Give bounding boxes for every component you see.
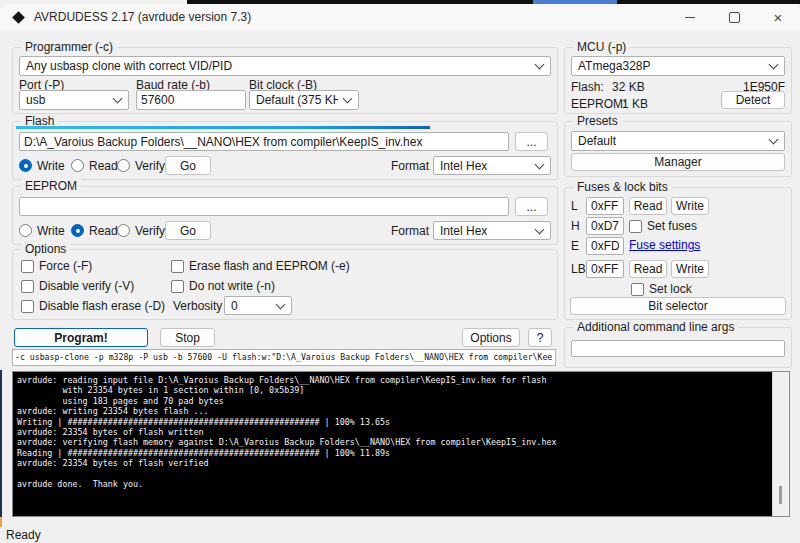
program-button[interactable]: Program! [14,328,148,347]
checkbox-icon [629,220,642,233]
erase-flash-eeprom-checkbox[interactable]: Erase flash and EEPROM (-e) [171,258,350,274]
app-logo-icon [12,11,25,24]
eeprom-write-radio[interactable]: Write [19,221,65,240]
force-checkbox[interactable]: Force (-F) [21,258,92,274]
fuses-write-button[interactable]: Write [671,197,709,215]
flash-verify-radio[interactable]: Verify [117,156,165,175]
presets-group: Presets Default Manager [564,121,792,177]
extra-args-group: Additional command line args [564,327,792,368]
stop-button[interactable]: Stop [160,328,215,347]
maximize-button[interactable] [712,4,756,30]
lock-read-button[interactable]: Read [629,260,667,278]
lock-write-button[interactable]: Write [671,260,709,278]
fuse-l-input[interactable] [586,197,624,215]
presets-group-label: Presets [573,114,622,128]
command-preview[interactable]: -c usbasp-clone -p m328p -P usb -b 57600… [12,349,556,366]
lock-bits-input[interactable] [586,260,624,278]
close-button[interactable]: × [756,4,800,30]
flash-write-radio[interactable]: Write [19,156,65,175]
flash-format-select[interactable]: Intel Hex [433,156,551,175]
flash-read-radio[interactable]: Read [71,156,118,175]
options-group-label: Options [21,242,70,256]
chevron-down-icon [769,135,779,145]
mcu-eeprom-size: 1 KB [622,97,648,111]
checkbox-icon [171,280,184,293]
options-button[interactable]: Options [462,328,520,347]
programmer-group-label: Programmer (-c) [21,40,117,54]
eeprom-read-radio[interactable]: Read [71,221,118,240]
eeprom-group-label: EEPROM [21,179,81,193]
radio-checked-icon [19,159,32,172]
eeprom-file-input[interactable] [19,197,509,216]
flash-browse-button[interactable]: ... [515,132,548,151]
eeprom-format-label: Format [391,224,429,238]
console[interactable]: avrdude: reading input file D:\A_Varoius… [12,371,790,517]
programmer-group: Programmer (-c) Any usbasp clone with co… [12,47,558,114]
checkbox-icon [21,280,34,293]
options-group: Options Force (-F) Disable verify (-V) D… [12,249,558,320]
checkbox-icon [171,260,184,273]
checkbox-icon [21,260,34,273]
mcu-flash-label: Flash: [571,80,604,94]
console-scrollbar[interactable] [772,372,789,516]
disable-flash-erase-checkbox[interactable]: Disable flash erase (-D) [21,298,165,314]
console-output: avrdude: reading input file D:\A_Varoius… [14,373,772,515]
radio-checked-icon [71,224,84,237]
help-button[interactable]: ? [528,328,552,347]
eeprom-verify-radio[interactable]: Verify [117,221,165,240]
radio-icon [71,159,84,172]
checkbox-icon [21,300,34,313]
fuse-l-label: L [571,199,578,213]
chevron-down-icon [113,94,123,104]
maximize-icon [729,12,740,23]
minimize-icon [685,17,695,18]
flash-format-label: Format [391,159,429,173]
minimize-button[interactable] [668,4,712,30]
set-lock-checkbox[interactable]: Set lock [631,281,692,297]
bit-selector-button[interactable]: Bit selector [570,297,786,315]
eeprom-browse-button[interactable]: ... [515,197,548,216]
fuse-e-input[interactable] [586,237,624,255]
eeprom-go-button[interactable]: Go [165,221,211,240]
port-select[interactable]: usb [19,90,129,110]
verbosity-select[interactable]: 0 [224,296,292,315]
fuses-group-label: Fuses & lock bits [573,180,672,194]
presets-select[interactable]: Default [571,131,785,151]
preset-manager-button[interactable]: Manager [571,153,785,171]
fuse-e-label: E [571,239,579,253]
eeprom-format-select[interactable]: Intel Hex [433,221,551,240]
fuses-group: Fuses & lock bits L Read Write H Set fus… [564,187,792,320]
chevron-down-icon [535,159,545,169]
set-fuses-checkbox[interactable]: Set fuses [629,218,697,234]
radio-icon [117,159,130,172]
chevron-down-icon [276,299,286,309]
fuse-h-input[interactable] [586,217,624,235]
detect-button[interactable]: Detect [721,91,785,109]
flash-progress-bar [16,126,430,129]
flash-group: Flash ... Write Read Verify Go Format In… [12,121,558,180]
window-title: AVRDUDESS 2.17 (avrdude version 7.3) [34,10,251,24]
disable-verify-checkbox[interactable]: Disable verify (-V) [21,278,134,294]
fuse-settings-link[interactable]: Fuse settings [629,238,700,252]
mcu-select[interactable]: ATmega328P [571,56,785,76]
avrdudess-window: AVRDUDESS 2.17 (avrdude version 7.3) × P… [0,0,800,543]
mcu-group: MCU (-p) ATmega328P Flash: 32 KB 1E950F … [564,47,792,114]
flash-go-button[interactable]: Go [165,156,211,175]
mcu-flash-size: 32 KB [612,80,645,94]
fuses-read-button[interactable]: Read [629,197,667,215]
chevron-down-icon [535,60,545,70]
eeprom-group: EEPROM ... Write Read Verify Go Format I… [12,186,558,245]
programmer-select[interactable]: Any usbasp clone with correct VID/PID [19,56,551,76]
titlebar[interactable]: AVRDUDESS 2.17 (avrdude version 7.3) × [0,4,800,30]
flash-file-input[interactable] [19,132,509,151]
scrollbar-thumb[interactable] [779,486,782,504]
chevron-down-icon [535,224,545,234]
status-text: Ready [6,528,41,542]
checkbox-icon [631,283,644,296]
baud-rate-input[interactable] [136,90,246,110]
extra-args-input[interactable] [571,340,785,357]
verbosity-label: Verbosity [173,299,222,313]
close-icon: × [774,10,783,25]
do-not-write-checkbox[interactable]: Do not write (-n) [171,278,275,294]
bit-clock-select[interactable]: Default (375 KHz) [249,90,359,110]
